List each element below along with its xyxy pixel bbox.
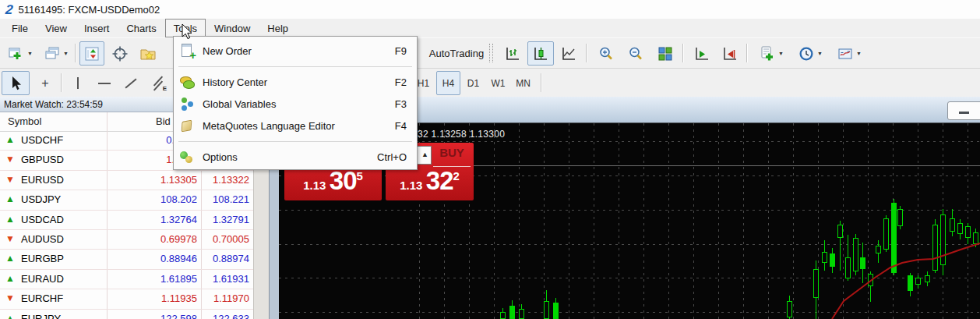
profiles-button[interactable] bbox=[136, 41, 160, 66]
template-chart-icon bbox=[837, 45, 854, 62]
timeframe-button-mn[interactable]: MN bbox=[511, 71, 535, 95]
menu-item-insert[interactable]: Insert bbox=[76, 19, 118, 37]
horizontal-line-tool-button[interactable] bbox=[92, 71, 117, 95]
crosshair-tool-button[interactable]: + bbox=[31, 71, 59, 95]
market-watch-row-eurusd[interactable]: ▼EURUSD1.133051.13322 bbox=[0, 171, 253, 190]
ask-price: 1.13322 bbox=[201, 174, 249, 186]
candlestick bbox=[853, 238, 858, 271]
menu-bar: FileViewInsertChartsToolsWindowHelp bbox=[0, 19, 980, 37]
toolbar-grip[interactable] bbox=[489, 44, 493, 62]
periods-button[interactable]: ▼ bbox=[791, 41, 829, 66]
market-watch-row-audusd[interactable]: ▼AUDUSD0.699780.70005 bbox=[0, 230, 253, 250]
gridline-vertical bbox=[594, 123, 594, 319]
menu-item-shortcut: F2 bbox=[395, 76, 407, 88]
menu-item-help[interactable]: Help bbox=[259, 19, 297, 37]
tile-windows-button[interactable] bbox=[651, 41, 679, 66]
crosshair-icon: + bbox=[41, 76, 48, 90]
new-chart-icon bbox=[8, 45, 25, 62]
candlestick bbox=[787, 301, 792, 317]
timeframe-button-w1[interactable]: W1 bbox=[486, 71, 510, 95]
trendline-tool-button[interactable] bbox=[118, 71, 143, 95]
cursor-tool-button[interactable] bbox=[2, 71, 30, 95]
gridline-horizontal bbox=[279, 244, 980, 245]
menu-item-charts[interactable]: Charts bbox=[118, 19, 164, 37]
chart-minimize-button[interactable] bbox=[947, 101, 980, 120]
market-watch-row-usdcad[interactable]: ▲USDCAD1.327641.32791 bbox=[0, 211, 253, 230]
candlestick bbox=[822, 252, 827, 263]
tools-menu-item-metaquotes-language-editor[interactable]: MetaQuotes Language EditorF4 bbox=[174, 115, 416, 136]
zoom-in-icon bbox=[598, 45, 615, 62]
autotrading-button[interactable]: AutoTrading bbox=[419, 41, 494, 66]
candlestick bbox=[868, 274, 873, 286]
spinner-up-icon[interactable]: ▲ bbox=[421, 151, 428, 158]
tools-menu-item-new-order[interactable]: New OrderF9 bbox=[174, 40, 416, 62]
tools-menu-item-options[interactable]: OptionsCtrl+O bbox=[174, 146, 416, 168]
tools-menu-item-history-center[interactable]: History CenterF2 bbox=[174, 71, 416, 93]
sell-price-big: 30 bbox=[330, 166, 357, 195]
sell-price: 1.13 305 bbox=[284, 166, 382, 196]
zoom-out-icon bbox=[627, 45, 644, 62]
ask-price: 1.11970 bbox=[201, 292, 249, 304]
candlestick bbox=[509, 306, 515, 319]
menu-item-window[interactable]: Window bbox=[206, 19, 259, 37]
timeframe-button-d1[interactable]: D1 bbox=[461, 71, 485, 95]
gridline-vertical bbox=[494, 123, 495, 319]
equidistant-channel-tool-button[interactable]: E bbox=[145, 71, 171, 95]
menu-item-label: Options bbox=[203, 151, 377, 163]
menu-item-shortcut: Ctrl+O bbox=[377, 151, 407, 163]
market-watch-row-euraud[interactable]: ▲EURAUD1.618951.61931 bbox=[0, 270, 253, 289]
gridline-vertical bbox=[643, 123, 644, 319]
column-header-bid[interactable]: Bid bbox=[156, 115, 171, 127]
vertical-line-tool-button[interactable] bbox=[65, 71, 90, 95]
chevron-down-icon: ▼ bbox=[817, 51, 823, 56]
bar-chart-mode-button[interactable] bbox=[499, 41, 526, 66]
gridline-horizontal bbox=[279, 278, 980, 278]
trend-down-icon: ▼ bbox=[5, 154, 15, 165]
market-watch-icon bbox=[83, 45, 100, 62]
mouse-cursor bbox=[182, 23, 192, 40]
menu-item-view[interactable]: View bbox=[37, 19, 76, 37]
market-watch-toggle-button[interactable] bbox=[79, 41, 104, 66]
options-icon bbox=[179, 149, 195, 165]
menu-item-shortcut: F3 bbox=[395, 98, 407, 110]
bid-price: 108.202 bbox=[109, 193, 197, 205]
mql-editor-icon bbox=[179, 118, 195, 133]
auto-scroll-button[interactable] bbox=[689, 41, 715, 66]
market-watch-row-usdjpy[interactable]: ▲USDJPY108.202108.221 bbox=[0, 190, 253, 210]
symbol-name: EURUSD bbox=[21, 174, 64, 186]
symbol-name: USDJPY bbox=[21, 193, 61, 205]
zoom-in-button[interactable] bbox=[592, 41, 620, 66]
candlestick bbox=[544, 301, 549, 319]
chart-shift-button[interactable] bbox=[717, 41, 743, 66]
candlestick bbox=[973, 232, 978, 244]
buy-price-big: 32 bbox=[426, 166, 453, 195]
data-window-button[interactable] bbox=[108, 41, 132, 66]
market-watch-row-eurgbp[interactable]: ▲EURGBP0.889460.88974 bbox=[0, 250, 253, 269]
menu-item-label: Global Variables bbox=[203, 98, 395, 110]
chevron-down-icon: ▼ bbox=[856, 51, 862, 56]
tools-menu-item-global-variables[interactable]: Global VariablesF3 bbox=[174, 93, 416, 115]
zoom-out-button[interactable] bbox=[622, 41, 650, 66]
new-chart-button[interactable]: ▼ bbox=[3, 41, 37, 66]
buy-label: BUY bbox=[433, 146, 471, 159]
profiles-windows-button[interactable]: ▼ bbox=[39, 41, 73, 66]
candlestick bbox=[883, 218, 889, 250]
ask-price: 1.61931 bbox=[201, 273, 249, 285]
channel-icon: E bbox=[150, 76, 166, 90]
toolbar-separator bbox=[746, 44, 748, 62]
timeframe-button-h4[interactable]: H4 bbox=[436, 71, 460, 95]
indicators-button[interactable]: ▼ bbox=[753, 41, 790, 66]
column-header-symbol[interactable]: Symbol bbox=[8, 115, 41, 127]
templates-button[interactable]: ▼ bbox=[830, 41, 868, 66]
candlestick-mode-button[interactable] bbox=[527, 41, 554, 66]
candlestick bbox=[553, 303, 559, 319]
bar-chart-icon bbox=[504, 45, 521, 62]
menu-item-file[interactable]: File bbox=[3, 19, 37, 37]
window-title: 51161495: FXCM-USDDemo02 bbox=[18, 4, 160, 16]
market-watch-title-text: Market Watch: 23:54:59 bbox=[4, 99, 103, 110]
bid-price: 1.13305 bbox=[109, 174, 197, 186]
line-chart-mode-button[interactable] bbox=[555, 41, 582, 66]
market-watch-row-eurchf[interactable]: ▼EURCHF1.119351.11970 bbox=[0, 289, 253, 309]
market-watch-row-eurjpy[interactable]: ▲EURJPY122.598122.633 bbox=[0, 310, 253, 319]
ask-price: 0.88974 bbox=[201, 253, 249, 264]
